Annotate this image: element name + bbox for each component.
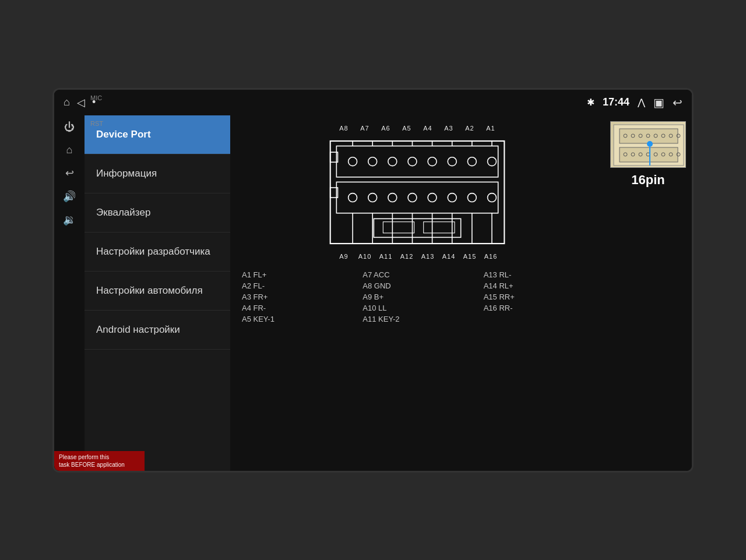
- sidebar-item-device-port[interactable]: Device Port: [85, 115, 230, 154]
- pin-info-a14: A14 RL+: [484, 281, 593, 290]
- notice-text-line2: task BEFORE application: [59, 462, 125, 468]
- connector-diagram: A8 A7 A6 A5 A4 A3 A2 A1: [242, 125, 593, 260]
- pin-info-a13: A13 RL-: [484, 270, 593, 279]
- pin-label-a10: A10: [354, 253, 375, 260]
- svg-point-22: [408, 193, 417, 202]
- home-nav-icon[interactable]: ⌂: [64, 96, 70, 108]
- status-bar-right: ✱ 17:44 ⋀ ▣ ↩: [587, 96, 682, 110]
- pin-info-a2: A2 FL-: [242, 281, 351, 290]
- device-frame: MIC RST ⌂ ◁ • ✱ 17:44 ⋀ ▣ ↩ ⏻ ⌂ ↩ 🔊 🔉 De…: [52, 88, 694, 473]
- notice-text-line1: Please perform this: [59, 454, 109, 460]
- svg-point-21: [388, 193, 397, 202]
- sidebar-item-car-settings[interactable]: Настройки автомобиля: [85, 272, 230, 311]
- svg-rect-18: [336, 182, 498, 213]
- pin-label-a6: A6: [375, 125, 396, 132]
- pin-info-a5: A5 KEY-1: [242, 315, 351, 323]
- pin-label-a14: A14: [438, 253, 459, 260]
- pin-labels-top: A8 A7 A6 A5 A4 A3 A2 A1: [333, 125, 501, 132]
- pin-label-a7: A7: [354, 125, 375, 132]
- pin-info-a11: A11 KEY-2: [363, 315, 471, 323]
- recent-apps-button[interactable]: ▣: [653, 96, 664, 110]
- svg-point-6: [428, 157, 437, 165]
- sidebar: Device Port Информация Эквалайзер Настро…: [85, 115, 230, 471]
- sidebar-item-equalizer[interactable]: Эквалайзер: [85, 193, 230, 233]
- pin-label-a15: A15: [459, 253, 480, 260]
- pin-count-label: 16pin: [631, 172, 664, 188]
- pin-label-a2: A2: [459, 125, 480, 132]
- power-icon[interactable]: ⏻: [64, 121, 75, 133]
- status-time: 17:44: [603, 96, 629, 108]
- main-area: ⏻ ⌂ ↩ 🔊 🔉 Device Port Информация Эквалай…: [54, 115, 692, 471]
- pin-info-a8: A8 GND: [363, 281, 471, 290]
- back-icon[interactable]: ↩: [65, 167, 74, 179]
- bluetooth-icon: ✱: [587, 97, 594, 108]
- svg-point-2: [349, 157, 357, 165]
- pin-label-a12: A12: [396, 253, 417, 260]
- status-bar: ⌂ ◁ • ✱ 17:44 ⋀ ▣ ↩: [54, 90, 692, 115]
- pin-label-a3: A3: [438, 125, 459, 132]
- pin-info-a7: A7 ACC: [363, 270, 471, 279]
- pin-info-a16: A16 RR-: [484, 304, 593, 312]
- thumbnail-inner: [611, 122, 685, 167]
- svg-point-20: [368, 193, 377, 202]
- sidebar-item-android-settings[interactable]: Android настройки: [85, 311, 230, 350]
- svg-point-59: [647, 141, 653, 147]
- pin-info-a4: A4 FR-: [242, 304, 351, 312]
- pin-label-a9: A9: [333, 253, 354, 260]
- pin-label-a8: A8: [333, 125, 354, 132]
- pin-label-a11: A11: [375, 253, 396, 260]
- pin-labels-bottom: A9 A10 A11 A12 A13 A14 A15 A16: [333, 253, 501, 260]
- right-panel: 16pin: [604, 115, 692, 471]
- svg-point-23: [428, 193, 437, 202]
- signal-icon: ⋀: [638, 97, 645, 108]
- mic-label: MIC: [90, 94, 102, 101]
- left-icon-bar: ⏻ ⌂ ↩ 🔊 🔉: [54, 115, 85, 471]
- pin-label-a5: A5: [396, 125, 417, 132]
- pin-info-a15: A15 RR+: [484, 293, 593, 301]
- pin-label-a4: A4: [417, 125, 438, 132]
- pin-info-a9: A9 B+: [363, 293, 471, 301]
- rst-label: RST: [90, 120, 103, 127]
- svg-point-19: [349, 193, 357, 202]
- svg-point-24: [448, 193, 456, 202]
- svg-point-3: [368, 157, 377, 165]
- svg-point-7: [448, 157, 456, 165]
- back-nav-icon[interactable]: ◁: [77, 96, 85, 109]
- pin-info-grid: A1 FL+ A7 ACC A13 RL- A2 FL- A8 GND A14 …: [242, 270, 593, 323]
- pin-info-empty: [484, 315, 593, 323]
- pin-info-a1: A1 FL+: [242, 270, 351, 279]
- svg-point-4: [388, 157, 397, 165]
- home-icon[interactable]: ⌂: [66, 144, 73, 156]
- vol-down-icon[interactable]: 🔉: [63, 213, 76, 226]
- main-content: A8 A7 A6 A5 A4 A3 A2 A1: [230, 115, 604, 471]
- svg-rect-1: [336, 146, 498, 177]
- svg-rect-0: [330, 141, 505, 244]
- pin-info-a10: A10 LL: [363, 304, 471, 312]
- svg-point-25: [467, 193, 476, 202]
- svg-point-5: [408, 157, 417, 165]
- pin-info-a3: A3 FR+: [242, 293, 351, 301]
- svg-rect-37: [374, 219, 460, 237]
- sidebar-item-info[interactable]: Информация: [85, 154, 230, 193]
- pin-label-a16: A16: [480, 253, 501, 260]
- pin-label-a13: A13: [417, 253, 438, 260]
- connector-thumbnail: [610, 121, 686, 168]
- connector-svg: [324, 134, 511, 251]
- svg-point-26: [488, 193, 497, 202]
- vol-up-icon[interactable]: 🔊: [63, 190, 76, 203]
- svg-point-9: [488, 157, 497, 165]
- svg-point-8: [467, 157, 476, 165]
- sidebar-item-dev-settings[interactable]: Настройки разработчика: [85, 233, 230, 272]
- svg-rect-39: [424, 221, 455, 233]
- pin-label-a1: A1: [480, 125, 501, 132]
- system-back-button[interactable]: ↩: [673, 96, 682, 110]
- bottom-notice: Please perform this task BEFORE applicat…: [54, 451, 145, 471]
- svg-rect-38: [383, 221, 414, 233]
